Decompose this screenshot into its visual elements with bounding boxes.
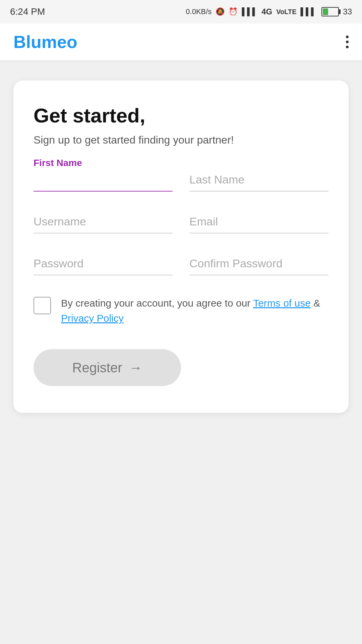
confirm-password-field (189, 254, 328, 275)
terms-of-use-link[interactable]: Terms of use (253, 298, 311, 309)
first-name-field: First Name (34, 170, 173, 192)
register-arrow-icon: → (129, 360, 142, 375)
password-row (34, 254, 328, 275)
signal-icon-2: ▌▌▌ (301, 7, 316, 16)
battery-fill (323, 8, 328, 15)
app-bar: Blumeo (0, 23, 362, 60)
alarm-icon: ⏰ (229, 7, 238, 16)
first-name-label: First Name (34, 158, 82, 168)
signal-icon: ▌▌▌ (242, 7, 257, 16)
terms-row: By creating your account, you agree to o… (34, 296, 328, 326)
password-input[interactable] (34, 254, 173, 275)
confirm-password-input[interactable] (189, 254, 328, 275)
email-field (189, 212, 328, 233)
status-icons: 0.0KB/s 🔕 ⏰ ▌▌▌ 4G VoLTE ▌▌▌ 33 (186, 7, 352, 16)
username-input[interactable] (34, 212, 173, 233)
app-title: Blumeo (13, 32, 77, 52)
email-input[interactable] (189, 212, 328, 233)
card-subtitle: Sign up to get started finding your part… (34, 134, 328, 146)
password-field (34, 254, 173, 275)
mute-icon: 🔕 (216, 7, 225, 16)
first-name-input[interactable] (34, 170, 173, 192)
terms-text: By creating your account, you agree to o… (61, 296, 328, 326)
main-content: Get started, Sign up to get started find… (0, 60, 362, 433)
signup-card: Get started, Sign up to get started find… (13, 80, 349, 413)
register-button-label: Register (72, 360, 122, 375)
card-title: Get started, (34, 104, 328, 127)
volte-icon: VoLTE (276, 8, 296, 16)
credentials-row (34, 212, 328, 233)
register-button[interactable]: Register → (34, 349, 181, 386)
last-name-field (189, 170, 328, 192)
status-bar: 6:24 PM 0.0KB/s 🔕 ⏰ ▌▌▌ 4G VoLTE ▌▌▌ 33 (0, 0, 362, 23)
more-options-button[interactable] (346, 36, 349, 48)
username-field (34, 212, 173, 233)
network-speed: 0.0KB/s (186, 7, 212, 16)
dot (346, 36, 349, 38)
terms-prefix: By creating your account, you agree to o… (61, 298, 253, 309)
dot (346, 46, 349, 48)
battery-icon (321, 7, 339, 16)
terms-separator: & (313, 298, 320, 309)
privacy-policy-link[interactable]: Privacy Policy (61, 313, 124, 324)
last-name-input[interactable] (189, 170, 328, 192)
battery-percent: 33 (343, 7, 352, 16)
terms-checkbox[interactable] (34, 297, 51, 314)
dot (346, 41, 349, 43)
name-row: First Name (34, 170, 328, 192)
status-time: 6:24 PM (10, 6, 45, 17)
network-type: 4G (261, 7, 272, 16)
